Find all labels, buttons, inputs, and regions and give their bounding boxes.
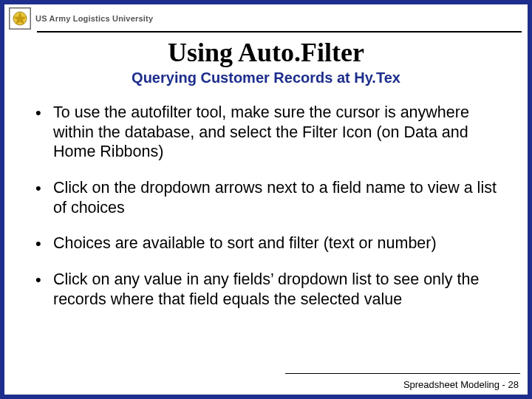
list-item: Click on the dropdown arrows next to a f…: [35, 178, 505, 217]
slide-title: Using Auto.Filter: [4, 37, 528, 68]
list-item: Click on any value in any fields’ dropdo…: [35, 270, 505, 309]
list-item: To use the autofilter tool, make sure th…: [35, 103, 505, 162]
footer-divider: [285, 373, 520, 375]
header-row: US Army Logistics University: [4, 4, 528, 30]
army-logo-icon: [9, 7, 31, 30]
header-divider: [37, 31, 522, 33]
slide-subtitle: Querying Customer Records at Hy.Tex: [4, 69, 528, 86]
slide-frame: US Army Logistics University Using Auto.…: [0, 0, 532, 399]
org-name: US Army Logistics University: [35, 14, 153, 23]
footer-text: Spreadsheet Modeling - 28: [403, 379, 519, 390]
list-item: Choices are available to sort and filter…: [35, 233, 505, 253]
bullet-list: To use the autofilter tool, make sure th…: [4, 103, 528, 309]
